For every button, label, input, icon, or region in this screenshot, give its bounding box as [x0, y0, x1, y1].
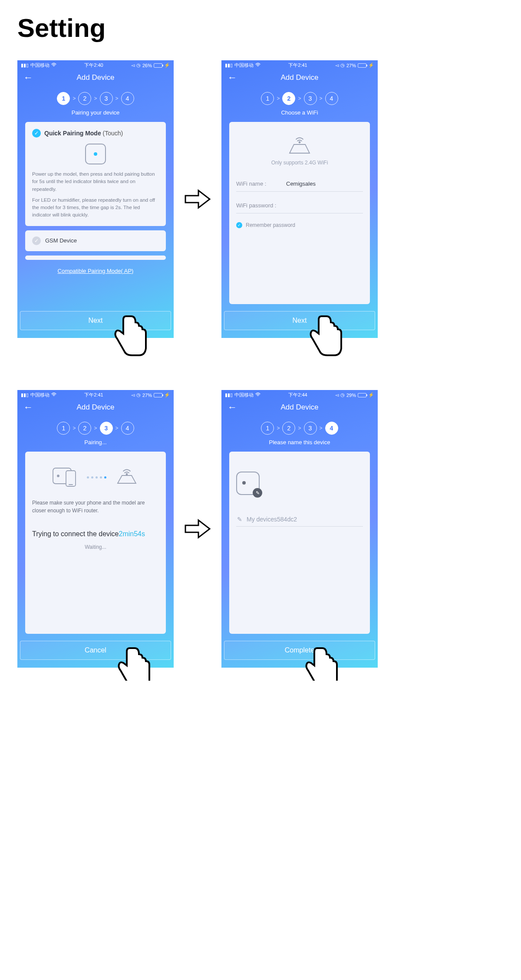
svg-point-0	[299, 142, 300, 143]
svg-rect-4	[69, 484, 73, 485]
step-3[interactable]: 3	[304, 422, 317, 435]
device-name-field[interactable]: ✎ My devices584dc2	[236, 512, 363, 527]
device-name-value: My devices584dc2	[247, 516, 297, 523]
location-icon: ◅	[335, 62, 339, 68]
nav-title: Add Device	[221, 73, 378, 82]
signal-icon: ▮▮▯	[225, 62, 233, 68]
router-icon	[114, 468, 139, 487]
phone-step-1: ▮▮▯ 中国移动 下午2:40 ◅ ◷ 26% ⚡ ← Add Device 1…	[17, 60, 174, 338]
page-title: Setting	[17, 13, 504, 43]
step-1[interactable]: 1	[261, 422, 274, 435]
remember-label: Remember password	[246, 222, 295, 228]
step-1[interactable]: 1	[57, 422, 70, 435]
hand-cursor-icon	[304, 312, 346, 360]
step-subtitle: Pairing your device	[17, 109, 174, 116]
hand-cursor-icon	[112, 644, 154, 681]
battery-percent: 27%	[142, 393, 152, 398]
status-bar: ▮▮▯ 中国移动 下午2:41 ◅ ◷ 27% ⚡	[221, 60, 378, 69]
step-4[interactable]: 4	[325, 92, 338, 105]
status-bar: ▮▮▯ 中国移动 下午2:40 ◅ ◷ 26% ⚡	[17, 60, 174, 69]
trying-label: Trying to connect the device	[32, 530, 119, 538]
battery-icon	[154, 393, 162, 397]
step-4[interactable]: 4	[325, 422, 338, 435]
wifi-icon	[255, 63, 260, 68]
compat-link[interactable]: Compatible Pairing Mode( AP)	[25, 268, 166, 274]
clock-label: 下午2:41	[288, 62, 307, 69]
row-2: ▮▮▯ 中国移动 下午2:41 ◅ ◷ 27% ⚡ ← Add Device 1…	[17, 390, 504, 668]
step-3[interactable]: 3	[100, 422, 113, 435]
next-button[interactable]: Next	[224, 311, 375, 330]
pairing-card: Please make sure your phone and the mode…	[25, 452, 166, 634]
location-icon: ◅	[335, 392, 339, 398]
nav-title: Add Device	[17, 73, 174, 82]
countdown-timer: 2min54s	[119, 530, 145, 538]
wifi-name-field[interactable]: WiFi name : Cemigsales	[236, 176, 363, 192]
phone-step-3: ▮▮▯ 中国移动 下午2:41 ◅ ◷ 27% ⚡ ← Add Device 1…	[17, 390, 174, 668]
battery-icon	[358, 63, 366, 68]
quick-pair-subtype: (Touch)	[101, 130, 123, 137]
step-4[interactable]: 4	[121, 92, 134, 105]
step-2[interactable]: 2	[282, 422, 295, 435]
clock-label: 下午2:41	[84, 392, 103, 398]
check-icon: ✓	[236, 222, 242, 228]
instructions: Power up the model, then press and hold …	[32, 170, 159, 219]
alarm-icon: ◷	[136, 62, 141, 68]
step-2[interactable]: 2	[78, 422, 91, 435]
carrier-label: 中国移动	[30, 392, 49, 398]
step-sep: >	[94, 95, 97, 102]
clock-label: 下午2:40	[84, 62, 103, 69]
carrier-label: 中国移动	[234, 62, 254, 69]
arrow-icon	[182, 518, 213, 540]
signal-icon: ▮▮▯	[225, 392, 233, 398]
signal-icon: ▮▮▯	[21, 62, 29, 68]
location-icon: ◅	[131, 392, 135, 398]
clock-label: 下午2:44	[288, 392, 307, 398]
support-note: Only supports 2.4G WiFi	[236, 160, 363, 166]
phone-step-2: ▮▮▯ 中国移动 下午2:41 ◅ ◷ 27% ⚡ ← Add Device 1…	[221, 60, 378, 338]
charging-icon: ⚡	[164, 62, 170, 68]
edit-icon: ✎	[237, 516, 242, 523]
hand-cursor-icon	[300, 644, 341, 681]
wifi-icon	[51, 63, 56, 68]
nav-bar: ← Add Device	[221, 69, 378, 86]
svg-point-5	[126, 474, 127, 475]
battery-percent: 29%	[346, 393, 356, 398]
nav-title: Add Device	[17, 403, 174, 412]
step-2[interactable]: 2	[78, 92, 91, 105]
carrier-label: 中国移动	[30, 62, 49, 69]
charging-icon: ⚡	[368, 392, 374, 398]
waiting-label: Waiting...	[32, 544, 159, 550]
svg-rect-3	[66, 471, 76, 486]
device-icon[interactable]: ✎	[236, 472, 260, 495]
step-3[interactable]: 3	[100, 92, 113, 105]
wifi-name-value: Cemigsales	[286, 180, 316, 187]
step-1[interactable]: 1	[57, 92, 70, 105]
nav-bar: ← Add Device	[17, 399, 174, 416]
name-device-card: ✎ ✎ My devices584dc2	[229, 452, 370, 634]
wifi-name-label: WiFi name :	[236, 180, 286, 187]
tablet-phone-icon	[52, 466, 79, 488]
nav-bar: ← Add Device	[221, 399, 378, 416]
step-indicator: 1 > 2 > 3 > 4	[17, 92, 174, 105]
step-indicator: 1 > 2 > 3 > 4	[221, 92, 378, 105]
battery-icon	[154, 63, 162, 68]
charging-icon: ⚡	[164, 392, 170, 398]
step-sep: >	[115, 95, 119, 102]
edit-icon[interactable]: ✎	[253, 488, 262, 498]
remember-password[interactable]: ✓ Remember password	[236, 222, 363, 228]
step-4[interactable]: 4	[121, 422, 134, 435]
step-3[interactable]: 3	[304, 92, 317, 105]
stub-card	[25, 256, 166, 260]
device-icon	[85, 144, 106, 164]
step-1[interactable]: 1	[261, 92, 274, 105]
step-2[interactable]: 2	[282, 92, 295, 105]
location-icon: ◅	[131, 62, 135, 68]
quick-pair-card[interactable]: ✓ Quick Pairing Mode (Touch) Power up th…	[25, 122, 166, 226]
check-icon: ✓	[32, 236, 41, 245]
hand-cursor-icon	[109, 312, 150, 360]
gsm-card[interactable]: ✓ GSM Device	[25, 230, 166, 251]
wifi-password-field[interactable]: WiFi password :	[236, 198, 363, 213]
battery-icon	[358, 393, 366, 397]
signal-icon: ▮▮▯	[21, 392, 29, 398]
carrier-label: 中国移动	[234, 392, 254, 398]
